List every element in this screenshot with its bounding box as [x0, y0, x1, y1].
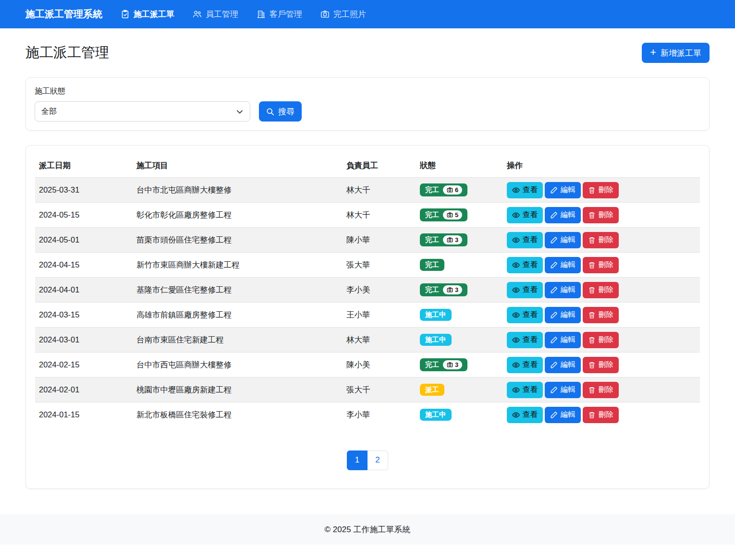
table-row: 2024-02-15 台中市西屯區商辦大樓整修 陳小美 完工	[35, 353, 700, 377]
photo-count-badge: 3	[443, 235, 462, 245]
header-employee: 負責員工	[343, 154, 416, 178]
cell-dispatch-date: 2025-03-31	[35, 178, 133, 203]
cell-actions: 查看 編輯	[503, 377, 700, 402]
plus-icon: +	[650, 47, 656, 58]
view-button[interactable]: 查看	[507, 257, 543, 273]
search-button[interactable]: 搜尋	[259, 101, 302, 122]
cell-employee: 林大千	[343, 203, 416, 228]
edit-button-label: 編輯	[561, 235, 576, 245]
status-badge: 完工 6	[420, 183, 467, 197]
nav-item-completion-photos[interactable]: 完工照片	[320, 9, 366, 20]
trash-icon	[588, 261, 596, 269]
pencil-icon	[550, 286, 558, 294]
pagination-page-2[interactable]: 2	[368, 450, 388, 470]
delete-button[interactable]: 刪除	[583, 207, 619, 223]
delete-button[interactable]: 刪除	[583, 407, 619, 423]
cell-project: 彰化市彰化區廠房整修工程	[133, 203, 343, 228]
building-icon	[257, 10, 266, 19]
view-button-label: 查看	[523, 310, 538, 320]
delete-button-label: 刪除	[599, 260, 613, 270]
page-header: 施工派工管理 + 新增派工單	[25, 43, 710, 63]
edit-button[interactable]: 編輯	[545, 357, 581, 373]
edit-button-label: 編輯	[561, 210, 576, 220]
header-project: 施工項目	[133, 154, 343, 178]
cell-status: 完工 3	[416, 278, 503, 303]
clipboard-check-icon	[121, 10, 130, 19]
bottom-spacer	[0, 545, 735, 560]
view-button[interactable]: 查看	[507, 307, 543, 323]
view-button-label: 查看	[523, 210, 538, 220]
cell-status: 施工中	[416, 402, 503, 427]
delete-button-label: 刪除	[599, 360, 613, 370]
view-button[interactable]: 查看	[507, 407, 543, 423]
delete-button[interactable]: 刪除	[583, 257, 619, 273]
view-button[interactable]: 查看	[507, 232, 543, 248]
table-row: 2024-04-15 新竹市東區商辦大樓新建工程 張大華 完工	[35, 253, 700, 278]
pagination-page-1[interactable]: 1	[347, 450, 368, 470]
cell-status: 完工 3	[416, 228, 503, 253]
cell-employee: 陳小華	[343, 228, 416, 253]
delete-button[interactable]: 刪除	[583, 357, 619, 373]
cell-project: 新竹市東區商辦大樓新建工程	[133, 253, 343, 278]
cell-employee: 林大千	[343, 178, 416, 203]
add-dispatch-order-button[interactable]: + 新增派工單	[642, 43, 710, 63]
nav-label: 客戶管理	[270, 9, 302, 20]
edit-button-label: 編輯	[561, 285, 576, 295]
app-brand[interactable]: 施工派工管理系統	[25, 8, 102, 21]
eye-icon	[512, 286, 520, 294]
view-button[interactable]: 查看	[507, 382, 543, 398]
status-badge: 完工	[420, 259, 444, 271]
view-button[interactable]: 查看	[507, 357, 543, 373]
edit-button[interactable]: 編輯	[545, 282, 581, 298]
delete-button[interactable]: 刪除	[583, 282, 619, 298]
photo-count-badge: 3	[443, 285, 462, 295]
header-actions: 操作	[503, 154, 700, 178]
status-filter-select[interactable]: 全部	[35, 101, 250, 122]
status-label: 施工中	[425, 311, 446, 319]
delete-button[interactable]: 刪除	[583, 332, 619, 348]
photo-count: 6	[455, 186, 458, 194]
edit-button[interactable]: 編輯	[545, 207, 581, 223]
delete-button-label: 刪除	[599, 210, 613, 220]
eye-icon	[512, 261, 520, 269]
nav-item-dispatch-orders[interactable]: 施工派工單	[121, 9, 174, 20]
camera-icon	[447, 187, 453, 193]
nav-item-employees[interactable]: 員工管理	[193, 9, 238, 20]
nav-item-customers[interactable]: 客戶管理	[257, 9, 302, 20]
view-button[interactable]: 查看	[507, 207, 543, 223]
cell-status: 施工中	[416, 303, 503, 328]
edit-button-label: 編輯	[561, 410, 576, 420]
status-filter-value: 全部	[41, 107, 57, 117]
table-header-row: 派工日期 施工項目 負責員工 狀態 操作	[35, 154, 700, 178]
camera-icon	[447, 362, 453, 368]
view-button[interactable]: 查看	[507, 332, 543, 348]
cell-project: 台南市東區住宅新建工程	[133, 328, 343, 353]
cell-project: 桃園市中壢區廠房新建工程	[133, 377, 343, 402]
eye-icon	[512, 211, 520, 219]
edit-button[interactable]: 編輯	[545, 407, 581, 423]
view-button[interactable]: 查看	[507, 182, 543, 198]
status-filter-label: 施工狀態	[35, 86, 700, 97]
edit-button[interactable]: 編輯	[545, 232, 581, 248]
edit-button[interactable]: 編輯	[545, 182, 581, 198]
cell-employee: 陳小美	[343, 353, 416, 377]
edit-button[interactable]: 編輯	[545, 257, 581, 273]
photo-count: 3	[455, 286, 458, 294]
status-label: 完工	[425, 236, 439, 244]
delete-button[interactable]: 刪除	[583, 182, 619, 198]
edit-button[interactable]: 編輯	[545, 332, 581, 348]
delete-button[interactable]: 刪除	[583, 232, 619, 248]
cell-actions: 查看 編輯	[503, 278, 700, 303]
view-button-label: 查看	[523, 285, 538, 295]
edit-button[interactable]: 編輯	[545, 307, 581, 323]
delete-button[interactable]: 刪除	[583, 382, 619, 398]
cell-dispatch-date: 2024-02-01	[35, 377, 133, 402]
cell-employee: 李小華	[343, 402, 416, 427]
view-button[interactable]: 查看	[507, 282, 543, 298]
photo-count: 5	[455, 211, 458, 219]
cell-actions: 查看 編輯	[503, 253, 700, 278]
status-badge: 施工中	[420, 334, 452, 346]
delete-button[interactable]: 刪除	[583, 307, 619, 323]
edit-button[interactable]: 編輯	[545, 382, 581, 398]
eye-icon	[512, 311, 520, 319]
